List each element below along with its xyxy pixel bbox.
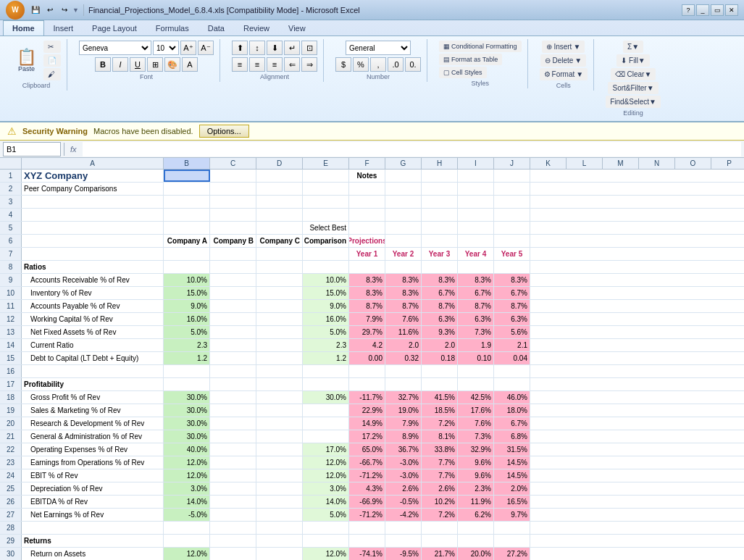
cell-h4[interactable] (422, 209, 458, 221)
font-size-select[interactable]: 10 (153, 41, 179, 55)
underline-btn[interactable]: U (130, 57, 146, 72)
cell-h19[interactable]: 18.5% (422, 404, 458, 417)
percent-btn[interactable]: % (353, 57, 369, 72)
cell-j12[interactable]: 6.3% (494, 313, 530, 325)
cell-j20[interactable]: 6.7% (494, 417, 530, 430)
cell-g7[interactable]: Year 2 (385, 248, 422, 260)
spreadsheet-container[interactable]: A B C D E F G H I J K L M N O P 1 XYZ Co… (0, 158, 744, 560)
cell-a11[interactable]: Accounts Payable % of Rev (22, 300, 164, 312)
cell-j3[interactable] (494, 196, 530, 208)
cell-b4[interactable] (164, 209, 210, 221)
cell-j13[interactable]: 5.6% (494, 326, 530, 338)
increase-decimal-btn[interactable]: .0 (388, 57, 404, 72)
cell-h16[interactable] (422, 365, 458, 377)
cell-h13[interactable]: 9.3% (422, 326, 458, 338)
undo-quick-btn[interactable]: ↩ (43, 4, 57, 17)
col-header-n[interactable]: N (639, 158, 675, 169)
cell-c5[interactable] (210, 222, 256, 234)
restore-btn[interactable]: ▭ (711, 4, 724, 16)
cell-b19[interactable]: 30.0% (164, 404, 210, 417)
autosum-button[interactable]: Σ▼ (623, 41, 643, 53)
increase-indent-btn[interactable]: ⇒ (301, 57, 317, 72)
number-format-select[interactable]: General (346, 41, 411, 55)
bold-btn[interactable]: B (95, 57, 111, 72)
cell-d9[interactable] (256, 274, 303, 286)
cell-c14[interactable] (210, 339, 256, 351)
cell-h5[interactable] (422, 222, 458, 234)
cell-a9[interactable]: Accounts Receivable % of Rev (22, 274, 164, 286)
cell-d8[interactable] (256, 261, 303, 273)
cell-f3[interactable] (349, 196, 385, 208)
cell-h30[interactable]: 21.7% (422, 548, 458, 560)
font-shrink-btn[interactable]: A⁻ (198, 41, 214, 55)
cell-e25[interactable]: 3.0% (303, 482, 349, 495)
cell-b13[interactable]: 5.0% (164, 326, 210, 338)
tab-data[interactable]: Data (198, 20, 234, 35)
cell-c18[interactable] (210, 391, 256, 404)
decrease-indent-btn[interactable]: ⇐ (284, 57, 300, 72)
cell-h22[interactable]: 33.8% (422, 443, 458, 456)
cell-f29[interactable] (349, 535, 385, 547)
cell-i28[interactable] (458, 522, 494, 534)
cell-d16[interactable] (256, 365, 303, 377)
cell-c4[interactable] (210, 209, 256, 221)
cell-a14[interactable]: Current Ratio (22, 339, 164, 351)
cell-b29[interactable] (164, 535, 210, 547)
cell-f19[interactable]: 22.9% (349, 404, 385, 417)
cell-g29[interactable] (385, 535, 422, 547)
col-header-a[interactable]: A (22, 158, 164, 169)
cell-c27[interactable] (210, 509, 256, 521)
cell-d7[interactable] (256, 248, 303, 260)
cell-i10[interactable]: 6.7% (458, 287, 494, 299)
cell-c26[interactable] (210, 496, 256, 508)
cell-g2[interactable] (385, 183, 422, 195)
cell-g28[interactable] (385, 522, 422, 534)
cell-j1[interactable] (494, 170, 530, 182)
align-top-btn[interactable]: ⬆ (232, 41, 248, 55)
cell-e7[interactable] (303, 248, 349, 260)
col-header-c[interactable]: C (210, 158, 256, 169)
cell-a21[interactable]: General & Administration % of Rev (22, 430, 164, 443)
cell-i30[interactable]: 20.0% (458, 548, 494, 560)
cell-i5[interactable] (458, 222, 494, 234)
sort-filter-button[interactable]: Sort&Filter▼ (608, 82, 658, 94)
format-cells-button[interactable]: ⚙ Format▼ (540, 68, 588, 80)
col-header-k[interactable]: K (530, 158, 567, 169)
col-header-j[interactable]: J (494, 158, 530, 169)
currency-btn[interactable]: $ (335, 57, 351, 72)
format-painter-button[interactable]: 🖌 (43, 68, 61, 80)
cell-e22[interactable]: 17.0% (303, 443, 349, 456)
cell-d2[interactable] (256, 183, 303, 195)
cell-f10[interactable]: 8.3% (349, 287, 385, 299)
cell-e20[interactable] (303, 417, 349, 430)
cell-a1[interactable]: XYZ Company (22, 170, 164, 182)
cell-a13[interactable]: Net Fixed Assets % of Rev (22, 326, 164, 338)
cell-d26[interactable] (256, 496, 303, 508)
cell-h3[interactable] (422, 196, 458, 208)
cell-i26[interactable]: 11.9% (458, 496, 494, 508)
cell-b6[interactable]: Company A (164, 235, 210, 247)
minimize-btn[interactable]: _ (696, 4, 709, 16)
cell-h14[interactable]: 2.0 (422, 339, 458, 351)
cell-h21[interactable]: 8.1% (422, 430, 458, 443)
cell-h11[interactable]: 8.7% (422, 300, 458, 312)
cell-c13[interactable] (210, 326, 256, 338)
cell-e13[interactable]: 5.0% (303, 326, 349, 338)
cell-a24[interactable]: EBIT % of Rev (22, 469, 164, 482)
cell-i4[interactable] (458, 209, 494, 221)
cell-i1[interactable] (458, 170, 494, 182)
cell-styles-button[interactable]: ▢ Cell Styles (439, 67, 487, 78)
cell-b10[interactable]: 15.0% (164, 287, 210, 299)
cell-i21[interactable]: 7.3% (458, 430, 494, 443)
cell-d10[interactable] (256, 287, 303, 299)
align-bottom-btn[interactable]: ⬇ (267, 41, 283, 55)
security-options-button[interactable]: Options... (199, 125, 249, 138)
cell-g10[interactable]: 8.3% (385, 287, 422, 299)
cell-g22[interactable]: 36.7% (385, 443, 422, 456)
cell-a2[interactable]: Peer Company Comparisons (22, 183, 164, 195)
cell-e2[interactable] (303, 183, 349, 195)
cell-a10[interactable]: Inventory % of Rev (22, 287, 164, 299)
cell-i25[interactable]: 2.3% (458, 482, 494, 495)
cell-c11[interactable] (210, 300, 256, 312)
cell-e3[interactable] (303, 196, 349, 208)
